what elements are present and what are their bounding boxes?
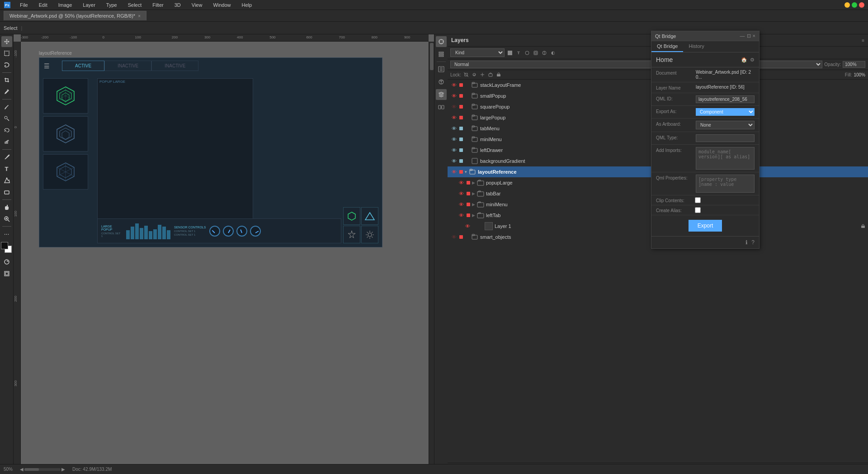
- menu-image[interactable]: Image: [57, 1, 74, 9]
- minimize-button[interactable]: [844, 2, 850, 8]
- selection-tool[interactable]: [1, 48, 12, 59]
- lock-transparent-icon[interactable]: [463, 71, 469, 78]
- qt-qmltype-input[interactable]: [696, 134, 755, 142]
- layer-expand-layoutReference[interactable]: ▾: [465, 170, 467, 174]
- dial-1[interactable]: [209, 226, 220, 237]
- menu-file[interactable]: File: [18, 1, 30, 9]
- menu-view[interactable]: View: [190, 1, 204, 9]
- layer-visibility-squarePopup[interactable]: 👁: [450, 103, 458, 110]
- maximize-button[interactable]: [852, 2, 857, 8]
- qt-exportas-select[interactable]: Component: [696, 108, 755, 116]
- qt-export-button[interactable]: Export: [689, 220, 722, 232]
- layer-visibility-largePopup[interactable]: 👁: [450, 114, 458, 121]
- dial-4[interactable]: [250, 226, 261, 237]
- mini-icon-hex[interactable]: [343, 207, 360, 225]
- hamburger-icon[interactable]: ☰: [44, 62, 50, 70]
- lock-position-icon[interactable]: [479, 71, 486, 78]
- layer-visibility-leftTab[interactable]: 👁: [458, 212, 465, 219]
- mini-icon-triangle[interactable]: [361, 207, 378, 225]
- screen-mode-button[interactable]: [1, 268, 12, 279]
- artboard[interactable]: ☰ ACTIVE INACTIVE INACTIVE: [39, 57, 382, 247]
- layer-visibility-miniMenu[interactable]: 👁: [450, 136, 458, 143]
- lock-artboard-icon[interactable]: [487, 71, 494, 78]
- filter-adjustment-icon[interactable]: [541, 49, 548, 57]
- navigator-panel-icon[interactable]: [436, 36, 447, 47]
- artboard-tab-active[interactable]: ACTIVE: [62, 61, 104, 71]
- zoom-out-button[interactable]: ◀: [20, 467, 24, 472]
- qt-tab-bridge[interactable]: Qt Bridge: [651, 41, 683, 52]
- crop-tool[interactable]: [1, 75, 12, 85]
- layer-visibility-backgroundGradient[interactable]: 👁: [450, 157, 458, 165]
- menu-select[interactable]: Select: [126, 1, 144, 9]
- layer-visibility-layoutReference[interactable]: 👁: [450, 168, 458, 175]
- qt-imports-textarea[interactable]: [696, 147, 755, 170]
- lock-pixels-icon[interactable]: [471, 71, 477, 78]
- qt-help-icon[interactable]: ?: [751, 239, 755, 246]
- color-swatches[interactable]: [1, 242, 13, 254]
- move-tool[interactable]: [1, 36, 12, 47]
- layer-visibility-layer1[interactable]: 👁: [464, 223, 471, 230]
- thumbnail-2[interactable]: [43, 116, 88, 152]
- layer-visibility-smart-objects[interactable]: 👁: [450, 233, 458, 241]
- artboard-tab-inactive-2[interactable]: INACTIVE: [151, 61, 198, 71]
- qt-createalias-checkbox[interactable]: [695, 207, 701, 213]
- qt-artboard-select[interactable]: None: [696, 121, 755, 129]
- brush-tool[interactable]: [1, 101, 12, 112]
- layer-expand-leftTab[interactable]: ▶: [472, 213, 475, 218]
- layer-visibility-tabBar[interactable]: 👁: [458, 190, 465, 197]
- qt-tab-history[interactable]: History: [683, 41, 709, 52]
- qt-home-icon[interactable]: 🏠: [741, 57, 747, 63]
- qt-qmlid-input[interactable]: [696, 95, 755, 103]
- menu-3d[interactable]: 3D: [173, 1, 183, 9]
- thumbnail-3[interactable]: [43, 154, 88, 190]
- layer-expand-miniMenu-child[interactable]: ▶: [472, 202, 475, 207]
- qt-settings-icon[interactable]: ⚙: [750, 57, 755, 63]
- blend-mode-select[interactable]: Normal: [450, 61, 822, 68]
- qt-qmlprops-textarea[interactable]: [696, 175, 755, 193]
- dial-3[interactable]: [236, 226, 247, 237]
- history-panel-icon[interactable]: [436, 49, 447, 60]
- layer-visibility-miniMenu-child[interactable]: 👁: [458, 201, 465, 208]
- menu-edit[interactable]: Edit: [37, 1, 49, 9]
- layers-kind-select[interactable]: Kind: [450, 48, 505, 57]
- qt-bridge-close[interactable]: ×: [753, 33, 755, 39]
- layer-visibility-leftDrawer[interactable]: 👁: [450, 147, 458, 154]
- document-tab[interactable]: Webinar_Artwork.psd @ 50% (layoutReferen…: [4, 11, 146, 20]
- shape-tool[interactable]: [1, 187, 12, 198]
- layer-expand-popupLarge[interactable]: ▶: [472, 180, 475, 185]
- zoom-in-button[interactable]: ▶: [61, 467, 65, 472]
- layer-visibility-stackLayoutFrame[interactable]: 👁: [450, 81, 458, 89]
- v-scroll-thumb[interactable]: [430, 43, 434, 70]
- pen-tool[interactable]: [1, 152, 12, 162]
- lock-all-icon[interactable]: [495, 71, 502, 78]
- channels-panel-icon[interactable]: [436, 102, 447, 113]
- layers-panel-menu[interactable]: ≡: [862, 38, 864, 43]
- layer-visibility-smallPopup[interactable]: 👁: [450, 92, 458, 100]
- tab-close-button[interactable]: ×: [138, 14, 141, 19]
- opacity-input[interactable]: [843, 61, 865, 68]
- layers-panel-icon[interactable]: [436, 89, 447, 100]
- qt-info-icon[interactable]: ℹ: [745, 239, 748, 246]
- adjustments-panel-icon[interactable]: [436, 76, 447, 87]
- artboard-tab-inactive-1[interactable]: INACTIVE: [104, 61, 151, 71]
- layer-visibility-tabMenu[interactable]: 👁: [450, 125, 458, 132]
- path-selection-tool[interactable]: [1, 175, 12, 186]
- filter-pixel-icon[interactable]: [506, 49, 514, 57]
- qt-bridge-collapse[interactable]: —: [740, 33, 745, 39]
- quick-mask-button[interactable]: [1, 256, 12, 267]
- dial-2[interactable]: [223, 226, 234, 237]
- history-brush-tool[interactable]: [1, 125, 12, 136]
- mini-icon-star[interactable]: [343, 226, 360, 243]
- mini-icon-gear[interactable]: [361, 226, 378, 243]
- menu-layer[interactable]: Layer: [81, 1, 97, 9]
- qt-bridge-expand[interactable]: ⊡: [747, 33, 751, 39]
- menu-window[interactable]: Window: [211, 1, 232, 9]
- vertical-scrollbar[interactable]: [429, 42, 434, 467]
- filter-text-icon[interactable]: T: [515, 49, 522, 57]
- eraser-tool[interactable]: [1, 137, 12, 147]
- zoom-tool[interactable]: [1, 213, 12, 224]
- layer-visibility-popupLarge[interactable]: 👁: [458, 179, 465, 186]
- filter-shape-icon[interactable]: [524, 49, 531, 57]
- hand-tool[interactable]: [1, 202, 12, 213]
- more-tools[interactable]: ···: [1, 228, 12, 239]
